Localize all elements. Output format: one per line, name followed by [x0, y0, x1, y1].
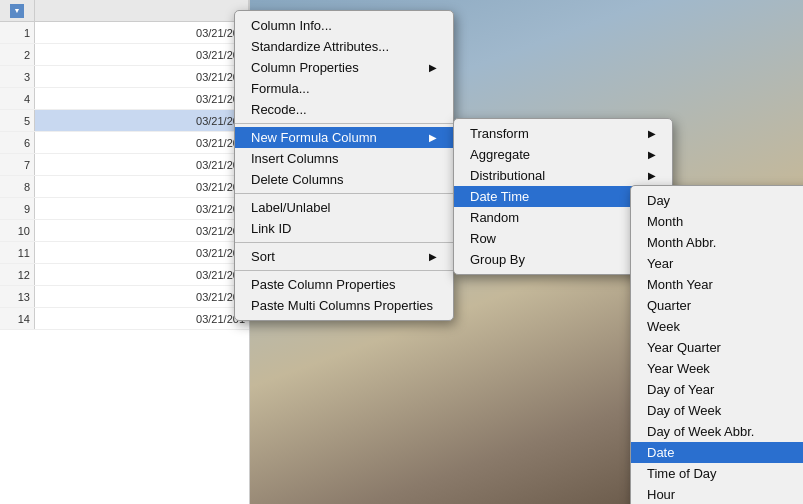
table-row: 11 03/21/201 — [0, 242, 249, 264]
row-value: 03/21/201 — [35, 88, 249, 109]
spreadsheet-header: ▼ — [0, 0, 249, 22]
menu-item[interactable]: Year — [631, 253, 803, 274]
menu-item[interactable]: Year Week — [631, 358, 803, 379]
menu-item[interactable]: Month — [631, 211, 803, 232]
row-value: 03/21/201 — [35, 308, 249, 329]
menu-separator — [235, 123, 453, 124]
row-number: 3 — [0, 66, 35, 87]
menu-item[interactable]: Column Info... — [235, 15, 453, 36]
menu-item-label: Delete Columns — [251, 172, 437, 187]
menu-item[interactable]: New Formula Column▶ — [235, 127, 453, 148]
submenu-arrow: ▶ — [429, 251, 437, 262]
menu-item[interactable]: Insert Columns — [235, 148, 453, 169]
spreadsheet: ▼ 1 03/21/201 2 03/21/201 3 03/21/201 4 … — [0, 0, 250, 504]
menu-item[interactable]: Delete Columns — [235, 169, 453, 190]
row-number: 6 — [0, 132, 35, 153]
table-row: 10 03/21/201 — [0, 220, 249, 242]
row-value: 03/21/201 — [35, 264, 249, 285]
row-value: 03/21/201 — [35, 66, 249, 87]
row-number: 10 — [0, 220, 35, 241]
row-number: 11 — [0, 242, 35, 263]
menu-item-label: Paste Multi Columns Properties — [251, 298, 437, 313]
row-value: 03/21/201 — [35, 220, 249, 241]
menu-item-label: Random — [470, 210, 640, 225]
menu-item[interactable]: Sort▶ — [235, 246, 453, 267]
row-num-header: ▼ — [0, 0, 35, 21]
menu-item[interactable]: Week — [631, 316, 803, 337]
menu-item-label: Month Year — [647, 277, 803, 292]
row-number: 12 — [0, 264, 35, 285]
menu-item-label: Month Abbr. — [647, 235, 803, 250]
filter-toggle[interactable]: ▼ — [10, 4, 24, 18]
submenu-datetime[interactable]: DayMonthMonth Abbr.YearMonth YearQuarter… — [630, 185, 803, 504]
menu-item[interactable]: Link ID — [235, 218, 453, 239]
menu-item-label: Row — [470, 231, 640, 246]
menu-item[interactable]: Day of Week — [631, 400, 803, 421]
menu-item-label: Column Info... — [251, 18, 437, 33]
menu-item[interactable]: Day of Year — [631, 379, 803, 400]
row-value: 03/21/201 — [35, 44, 249, 65]
menu-item[interactable]: Distributional▶ — [454, 165, 672, 186]
menu-item-label: Group By — [470, 252, 656, 267]
menu-item-label: Week — [647, 319, 803, 334]
menu-item[interactable]: Month Year — [631, 274, 803, 295]
menu-item-label: Label/Unlabel — [251, 200, 437, 215]
menu-item-label: Day of Week Abbr. — [647, 424, 803, 439]
col-header-event — [35, 0, 249, 21]
menu-item[interactable]: Recode... — [235, 99, 453, 120]
menu-item-label: Date Time — [470, 189, 640, 204]
menu-item[interactable]: Time of Day — [631, 463, 803, 484]
menu-item[interactable]: Formula... — [235, 78, 453, 99]
menu-item[interactable]: Paste Multi Columns Properties — [235, 295, 453, 316]
menu-separator — [235, 270, 453, 271]
row-number: 5 — [0, 110, 35, 131]
table-row: 12 03/21/201 — [0, 264, 249, 286]
menu-item[interactable]: Paste Column Properties — [235, 274, 453, 295]
table-row: 4 03/21/201 — [0, 88, 249, 110]
submenu-arrow: ▶ — [648, 128, 656, 139]
menu-item-label: Hour — [647, 487, 803, 502]
row-value: 03/21/201 — [35, 286, 249, 307]
table-row: 5 03/21/201 — [0, 110, 249, 132]
menu-item[interactable]: Year Quarter — [631, 337, 803, 358]
menu-item-label: Date — [647, 445, 803, 460]
menu-item-label: Formula... — [251, 81, 437, 96]
submenu-arrow: ▶ — [429, 132, 437, 143]
menu-item[interactable]: Month Abbr. — [631, 232, 803, 253]
row-number: 7 — [0, 154, 35, 175]
menu-item[interactable]: Date — [631, 442, 803, 463]
menu-item-label: Year — [647, 256, 803, 271]
menu-item[interactable]: Day — [631, 190, 803, 211]
menu-item-label: Transform — [470, 126, 640, 141]
menu-item-label: Distributional — [470, 168, 640, 183]
row-value: 03/21/201 — [35, 154, 249, 175]
menu-item[interactable]: Column Properties▶ — [235, 57, 453, 78]
row-value: 03/21/201 — [35, 110, 249, 131]
menu-item-label: Link ID — [251, 221, 437, 236]
submenu-arrow: ▶ — [648, 170, 656, 181]
table-row: 9 03/21/201 — [0, 198, 249, 220]
row-number: 13 — [0, 286, 35, 307]
table-row: 8 03/21/201 — [0, 176, 249, 198]
menu-item-label: New Formula Column — [251, 130, 421, 145]
context-menu-main[interactable]: Column Info...Standardize Attributes...C… — [234, 10, 454, 321]
menu-item[interactable]: Quarter — [631, 295, 803, 316]
menu-item-label: Year Week — [647, 361, 803, 376]
table-row: 7 03/21/201 — [0, 154, 249, 176]
menu-item-label: Time of Day — [647, 466, 803, 481]
row-value: 03/21/201 — [35, 132, 249, 153]
menu-item[interactable]: Transform▶ — [454, 123, 672, 144]
menu-item[interactable]: Standardize Attributes... — [235, 36, 453, 57]
menu-item[interactable]: Day of Week Abbr. — [631, 421, 803, 442]
table-row: 6 03/21/201 — [0, 132, 249, 154]
menu-item-label: Paste Column Properties — [251, 277, 437, 292]
menu-item[interactable]: Aggregate▶ — [454, 144, 672, 165]
spreadsheet-rows: 1 03/21/201 2 03/21/201 3 03/21/201 4 03… — [0, 22, 249, 330]
menu-item-label: Standardize Attributes... — [251, 39, 437, 54]
menu-item[interactable]: Hour — [631, 484, 803, 504]
table-row: 14 03/21/201 — [0, 308, 249, 330]
table-row: 3 03/21/201 — [0, 66, 249, 88]
menu-item-label: Month — [647, 214, 803, 229]
menu-item-label: Day of Year — [647, 382, 803, 397]
menu-item[interactable]: Label/Unlabel — [235, 197, 453, 218]
